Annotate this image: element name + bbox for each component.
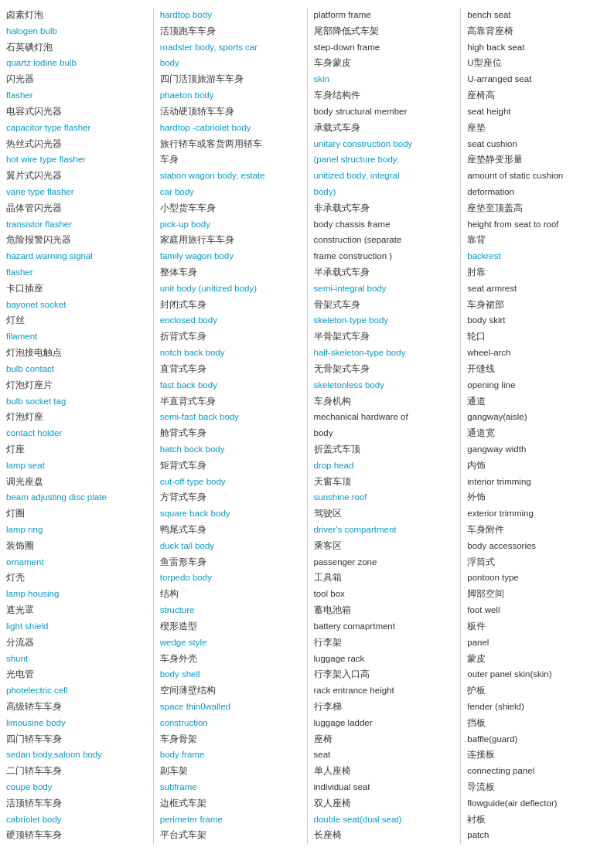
chinese-term: 小型货车车身 [160,203,216,213]
english-term: bayonet socket [6,300,66,309]
chinese-term: 车身 [160,155,179,164]
english-term: luggage ladder [314,718,373,727]
chinese-term: 调光座盘 [6,477,43,486]
english-term: bench seat [467,10,510,19]
english-term: space thin0walled [160,702,230,711]
list-item: individual seat [314,780,455,795]
english-term: U-arranged seat [467,74,531,83]
chinese-term: 灯泡灯座 [6,412,43,421]
list-item: 乘客区 [314,539,455,553]
list-item: skin [314,72,455,87]
list-item: capacitor type flasher [6,121,147,135]
list-item: flasher [6,88,147,103]
list-item: 二门轿车车身 [6,764,147,778]
chinese-term: 衬板 [467,815,486,824]
list-item: patch [467,828,608,842]
list-item: interior trimming [467,475,608,489]
list-item: 高级轿车车身 [6,700,147,714]
list-item: 折背式车身 [160,329,301,344]
list-item: 通道 [467,394,608,409]
list-item: phaeton body [160,88,301,103]
chinese-term: 蒙皮 [467,654,486,663]
english-term: shunt [6,654,28,663]
list-item: body shell [160,667,301,682]
chinese-term: 座椅 [314,734,333,744]
list-item: semi-integral body [314,281,455,296]
chinese-term: 骨架式车身 [314,300,360,309]
chinese-term: 石英碘灯泡 [6,43,53,52]
list-item: luggage rack [314,652,455,666]
list-item: 直背式车身 [160,362,301,376]
chinese-term: 边框式车架 [160,798,206,808]
list-item: 鱼雷形车身 [160,555,301,570]
english-term: capacitor type flasher [6,123,90,132]
list-item: perimeter frame [160,812,301,827]
chinese-term: 灯泡接电触点 [6,348,62,357]
list-item: quartz iodine bulb [6,56,147,70]
list-item: beam adjusting disc plate [6,490,147,505]
chinese-term: 鸭尾式车身 [160,525,206,534]
chinese-term: 楔形造型 [160,621,197,631]
chinese-term: 灯壳 [6,573,25,582]
chinese-term: 旅行轿车或客货两用轿车 [160,139,262,148]
chinese-term: 开缝线 [467,364,495,373]
chinese-term: 危险报警闪光器 [6,235,71,244]
list-item: drop head [314,458,455,473]
chinese-term: 翼片式闪光器 [6,171,62,180]
list-item: 车身裙部 [467,298,608,312]
english-term: car body [160,187,194,196]
list-item: sedan body,saloon body [6,747,147,762]
english-term: ornament [6,557,44,567]
list-item: exterior trimming [467,506,608,521]
english-term: fender (shield) [467,702,524,711]
list-item: 小型货车车身 [160,201,301,216]
list-item: body frame [160,747,301,762]
chinese-term: 灯圈 [6,509,25,518]
chinese-term: 车身结构件 [314,90,360,100]
english-term: height from seat to roof [467,220,558,229]
list-item: 长座椅 [314,828,455,842]
chinese-term: 外饰 [467,492,486,502]
english-term: gangway width [467,444,526,454]
list-item: 高靠背座椅 [467,24,608,39]
list-item: car body [160,185,301,199]
chinese-term: 折背式车身 [160,332,206,341]
list-item: 尾部降低式车架 [314,24,455,39]
list-item: height from seat to roof [467,217,608,232]
list-item: torpedo body [160,570,301,585]
list-item: 方背式车身 [160,490,301,505]
list-item: 骨架式车身 [314,298,455,312]
main-page: 卤素灯泡halogen bulb石英碘灯泡quartz iodine bulb闪… [0,0,614,852]
list-item: 座垫静变形量 [467,152,608,167]
chinese-term: 车身外壳 [160,654,197,663]
list-item: U-arranged seat [467,72,608,87]
chinese-term: 通道 [467,397,486,406]
list-item: 整体车身 [160,265,301,280]
chinese-term: 连接板 [467,750,495,759]
chinese-term: 活顶轿车车身 [6,798,62,808]
english-term: halogen bulb [6,26,57,36]
english-term: outer panel skin(skin) [467,669,551,679]
list-item: shunt [6,652,147,666]
list-item: step-down frame [314,40,455,55]
list-item: enclosed body [160,313,301,328]
english-term: flowguide(air deflector) [467,798,557,808]
chinese-term: 活动硬顶轿车车身 [160,107,234,116]
english-term: notch back body [160,348,225,357]
list-item: semi-fast back body [160,410,301,424]
chinese-term: 平台式车架 [160,830,206,839]
list-item: flowguide(air deflector) [467,796,608,811]
list-item: 肘靠 [467,265,608,280]
english-term: contact holder [6,428,62,437]
list-item: 板件 [467,619,608,634]
list-item: 座椅 [314,732,455,747]
list-item: limousine body [6,716,147,730]
chinese-term: 电容式闪光器 [6,107,62,116]
english-term: mechanical hardware of [314,412,408,421]
chinese-term: 挡板 [467,718,486,727]
list-item: 楔形造型 [160,619,301,634]
chinese-term: 蓄电池箱 [314,605,351,614]
chinese-term: 座垫至顶盖高 [467,203,523,213]
english-term: drop head [314,461,354,470]
list-item: 车身附件 [467,523,608,537]
